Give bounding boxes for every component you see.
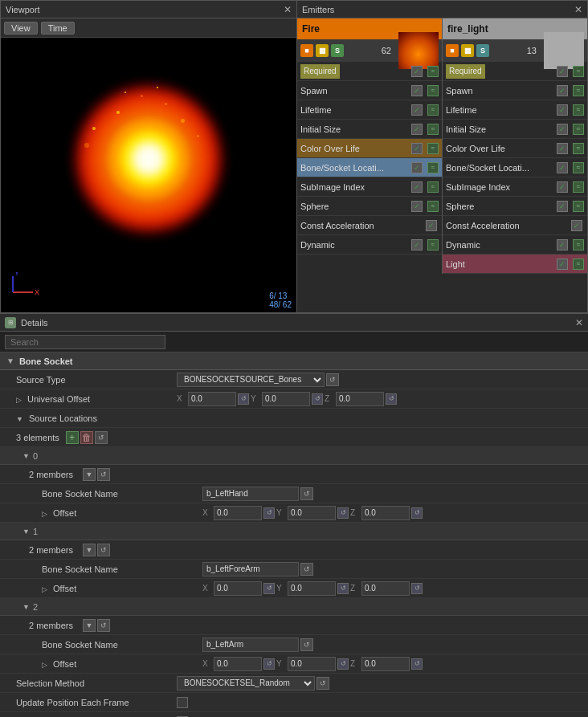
- item0-members-reset[interactable]: ↺: [97, 468, 110, 481]
- item0-offset-y-reset[interactable]: ↺: [337, 507, 349, 519]
- item0-header[interactable]: ▼ 0: [0, 447, 588, 465]
- lifetime-graph-fire[interactable]: ≈: [427, 104, 439, 116]
- sphere-check-light[interactable]: [557, 201, 568, 212]
- initial-size-graph-fire[interactable]: ≈: [427, 124, 439, 135]
- item2-members-reset[interactable]: ↺: [97, 619, 110, 632]
- module-light-light[interactable]: Light ≈: [443, 255, 587, 274]
- color-over-life-check-light[interactable]: [557, 143, 568, 154]
- item2-offset-y[interactable]: [288, 657, 336, 671]
- item2-offset-y-reset[interactable]: ↺: [337, 658, 349, 670]
- add-element-button[interactable]: +: [66, 431, 79, 444]
- spawn-check-fire[interactable]: [411, 85, 423, 96]
- subimage-graph-light[interactable]: ≈: [573, 181, 584, 193]
- spawn-graph-light[interactable]: ≈: [573, 85, 584, 96]
- delete-element-button[interactable]: 🗑: [80, 431, 93, 444]
- dynamic-check-fire[interactable]: [411, 239, 423, 251]
- source-locations-row[interactable]: ▼ Source Locations: [0, 409, 588, 428]
- elements-reset-btn[interactable]: ↺: [95, 431, 108, 444]
- module-spawn-light[interactable]: Spawn ≈: [443, 81, 587, 100]
- item1-members-reset[interactable]: ↺: [97, 544, 110, 556]
- item0-offset-z-reset[interactable]: ↺: [411, 507, 423, 519]
- universal-offset-y-input[interactable]: [262, 392, 310, 406]
- item0-bone-input[interactable]: [202, 487, 299, 501]
- dynamic-check-light[interactable]: [557, 239, 568, 251]
- color-over-life-graph-light[interactable]: ≈: [573, 143, 584, 154]
- module-color-over-life-fire[interactable]: Color Over Life ≈: [297, 139, 442, 158]
- color-over-life-graph-fire[interactable]: ≈: [427, 143, 439, 154]
- required-graph-fire[interactable]: ≈: [427, 66, 439, 77]
- module-const-accel-light[interactable]: Const Acceleration: [443, 216, 587, 235]
- required-check-light[interactable]: [557, 66, 568, 77]
- selection-method-reset[interactable]: ↺: [316, 677, 329, 690]
- emitter-icon-green-fire[interactable]: S: [331, 44, 344, 57]
- selection-method-select[interactable]: BONESOCKETSEL_Random BONESOCKETSEL_Seque…: [177, 676, 315, 691]
- emitter-icon-yellow[interactable]: ▦: [316, 44, 329, 57]
- sphere-check-fire[interactable]: [411, 201, 423, 212]
- module-color-over-life-light[interactable]: Color Over Life ≈: [443, 139, 587, 158]
- module-required-fire[interactable]: Required ≈: [297, 62, 442, 81]
- initial-size-check-light[interactable]: [557, 124, 568, 135]
- lifetime-check-light[interactable]: [557, 104, 568, 116]
- emitter-icon-orange[interactable]: ■: [300, 44, 313, 57]
- dynamic-graph-fire[interactable]: ≈: [427, 239, 439, 251]
- module-sphere-fire[interactable]: Sphere ≈: [297, 197, 442, 216]
- item0-offset-z[interactable]: [361, 506, 410, 520]
- module-initial-size-fire[interactable]: Initial Size ≈: [297, 120, 442, 139]
- bone-socket-check-fire[interactable]: [411, 162, 423, 173]
- universal-offset-z-input[interactable]: [336, 392, 384, 406]
- viewport-close-button[interactable]: ✕: [284, 4, 292, 15]
- universal-offset-x-reset[interactable]: ↺: [238, 393, 249, 405]
- universal-offset-y-reset[interactable]: ↺: [312, 393, 323, 405]
- item1-header[interactable]: ▼ 1: [0, 523, 588, 540]
- bone-socket-section[interactable]: ▼ Bone Socket: [0, 352, 588, 370]
- lifetime-graph-light[interactable]: ≈: [573, 104, 584, 116]
- update-pos-checkbox[interactable]: [177, 697, 188, 708]
- item2-offset-x-reset[interactable]: ↺: [263, 658, 275, 670]
- emitter-icon-teal-light[interactable]: S: [476, 44, 489, 57]
- module-bone-socket-fire[interactable]: Bone/Socket Locati... ≈: [297, 158, 442, 177]
- module-subimage-light[interactable]: SubImage Index ≈: [443, 177, 587, 197]
- initial-size-graph-light[interactable]: ≈: [573, 124, 584, 135]
- module-const-accel-fire[interactable]: Const Acceleration: [297, 216, 442, 235]
- item2-offset-x[interactable]: [214, 657, 262, 671]
- item1-offset-z[interactable]: [361, 581, 410, 596]
- details-close-button[interactable]: ✕: [575, 317, 583, 328]
- module-dynamic-fire[interactable]: Dynamic ≈: [297, 235, 442, 255]
- item1-offset-y-reset[interactable]: ↺: [337, 583, 349, 594]
- item2-bone-input[interactable]: [202, 638, 299, 652]
- lifetime-check-fire[interactable]: [411, 104, 423, 116]
- universal-offset-z-reset[interactable]: ↺: [386, 393, 397, 405]
- module-lifetime-light[interactable]: Lifetime ≈: [443, 100, 587, 120]
- light-graph-light[interactable]: ≈: [573, 259, 584, 270]
- spawn-graph-fire[interactable]: ≈: [427, 85, 439, 96]
- subimage-check-fire[interactable]: [411, 181, 423, 193]
- item2-bone-btn[interactable]: ↺: [300, 638, 313, 651]
- bone-socket-graph-light[interactable]: ≈: [573, 162, 584, 173]
- item1-offset-y[interactable]: [288, 581, 336, 596]
- module-bone-socket-light[interactable]: Bone/Socket Locati... ≈: [443, 158, 587, 177]
- sphere-graph-fire[interactable]: ≈: [427, 201, 439, 212]
- required-graph-light[interactable]: ≈: [573, 66, 584, 77]
- module-initial-size-light[interactable]: Initial Size ≈: [443, 120, 587, 139]
- item2-offset-z[interactable]: [361, 657, 410, 671]
- item1-offset-z-reset[interactable]: ↺: [411, 583, 423, 594]
- item1-offset-x[interactable]: [214, 581, 262, 596]
- const-accel-check-light[interactable]: [571, 220, 582, 231]
- item0-offset-x[interactable]: [214, 506, 262, 520]
- color-over-life-check-fire[interactable]: [411, 143, 423, 154]
- emitter-icon-yellow-light[interactable]: ▦: [461, 44, 474, 57]
- item0-members-expand[interactable]: ▼: [83, 468, 96, 481]
- module-spawn-fire[interactable]: Spawn ≈: [297, 81, 442, 100]
- module-required-light[interactable]: Required ≈: [443, 62, 587, 81]
- source-type-reset-btn[interactable]: ↺: [326, 373, 339, 386]
- subimage-check-light[interactable]: [557, 181, 568, 193]
- emitter-icon-orange-light[interactable]: ■: [446, 44, 459, 57]
- item2-header[interactable]: ▼ 2: [0, 598, 588, 616]
- module-sphere-light[interactable]: Sphere ≈: [443, 197, 587, 216]
- item1-offset-x-reset[interactable]: ↺: [263, 583, 275, 594]
- item2-offset-z-reset[interactable]: ↺: [411, 658, 423, 670]
- bone-socket-graph-fire[interactable]: ≈: [427, 162, 439, 173]
- bone-socket-check-light[interactable]: [557, 162, 568, 173]
- universal-offset-x-input[interactable]: [188, 392, 236, 406]
- sphere-graph-light[interactable]: ≈: [573, 201, 584, 212]
